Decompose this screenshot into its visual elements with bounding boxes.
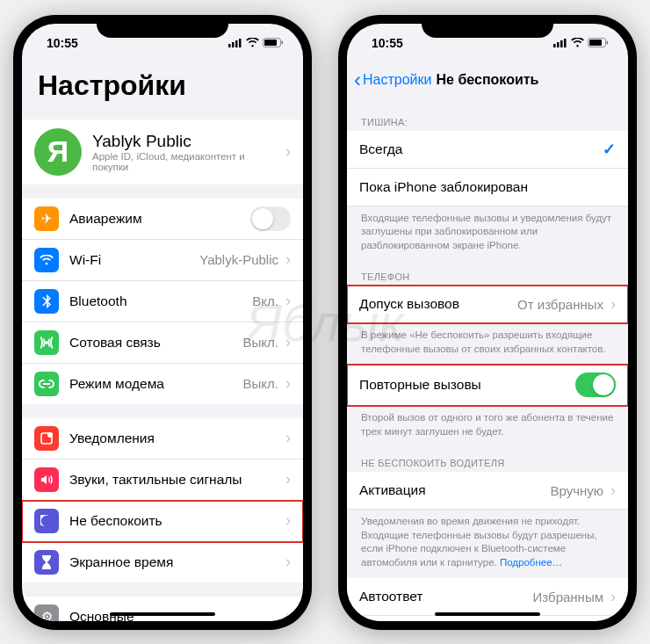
notch (422, 15, 553, 38)
home-indicator[interactable] (435, 612, 540, 616)
svg-point-8 (47, 432, 53, 438)
repeated-calls-switch[interactable] (575, 373, 616, 397)
page-title: Настройки (22, 62, 303, 112)
silence-header: ТИШИНА: (347, 113, 628, 131)
chevron-icon: › (285, 333, 291, 351)
svg-rect-23 (607, 41, 609, 45)
autoreply-cell[interactable]: Автоответ Я веду машину с включенн… › (347, 616, 628, 620)
hotspot-cell[interactable]: Режим модема Выкл. › (22, 364, 303, 404)
status-time: 10:55 (47, 36, 78, 50)
phone-right: 10:55 ‹ Настройки Не беспокоить ТИШИНА: … (338, 15, 637, 630)
bluetooth-cell[interactable]: Bluetooth Вкл. › (22, 281, 303, 322)
nav-title: Не беспокоить (347, 72, 628, 88)
avatar: Я (34, 128, 82, 176)
gear-icon: ⚙ (34, 604, 59, 621)
cellular-cell[interactable]: Сотовая связь Выкл. › (22, 322, 303, 364)
svg-rect-1 (232, 42, 235, 47)
silence-locked[interactable]: Пока iPhone заблокирован (347, 169, 628, 206)
chevron-icon: › (285, 470, 291, 488)
notch (97, 15, 228, 38)
wifi-settings-icon (34, 248, 59, 272)
svg-rect-19 (560, 40, 563, 47)
sounds-icon (34, 467, 59, 492)
chevron-icon: › (610, 295, 616, 314)
repeated-calls-cell[interactable]: Повторные вызовы (347, 365, 628, 406)
sounds-cell[interactable]: Звуки, тактильные сигналы › (22, 459, 303, 501)
chevron-icon: › (610, 588, 616, 606)
chevron-icon: › (285, 292, 291, 310)
svg-rect-3 (239, 39, 242, 47)
chevron-icon: › (285, 607, 291, 621)
allow-calls-cell[interactable]: Допуск вызовов От избранных › (347, 286, 628, 323)
signal-icon (553, 39, 567, 47)
svg-rect-2 (235, 40, 238, 47)
phone-header: ТЕЛЕФОН (347, 268, 628, 286)
do-not-disturb-cell[interactable]: Не беспокоить › (22, 501, 303, 542)
chevron-icon: › (285, 250, 291, 269)
hotspot-icon (34, 372, 59, 396)
airplane-mode-cell[interactable]: ✈ Авиарежим (22, 199, 303, 240)
phone-left: 10:55 Настройки Я Yablyk Public Apple ID… (13, 15, 312, 630)
signal-icon (228, 39, 242, 47)
svg-rect-17 (553, 44, 556, 47)
svg-rect-0 (228, 44, 231, 47)
chevron-icon: › (285, 553, 291, 571)
general-cell[interactable]: ⚙ Основные › (22, 597, 303, 621)
activation-cell[interactable]: Активация Вручную › (347, 472, 628, 510)
status-icons (553, 38, 609, 47)
airplane-switch[interactable] (250, 206, 291, 231)
svg-rect-20 (564, 39, 567, 47)
moon-icon (34, 509, 59, 533)
activation-footer: Уведомления во время движения не приходя… (347, 510, 628, 571)
bluetooth-icon (34, 289, 59, 314)
wifi-icon (571, 38, 584, 47)
status-time: 10:55 (372, 36, 403, 50)
hourglass-icon (34, 550, 59, 575)
notifications-icon (34, 426, 59, 451)
learn-more-link[interactable]: Подробнее… (500, 557, 562, 568)
status-icons (228, 38, 284, 47)
nav-bar: ‹ Настройки Не беспокоить (347, 62, 628, 98)
driving-header: НЕ БЕСПОКОИТЬ ВОДИТЕЛЯ (347, 454, 628, 472)
silence-always[interactable]: Всегда ✓ (347, 131, 628, 169)
svg-rect-5 (264, 40, 277, 46)
battery-icon (263, 38, 284, 47)
silence-footer: Входящие телефонные вызовы и уведомления… (347, 206, 628, 255)
chevron-icon: › (285, 429, 291, 447)
wifi-icon (246, 38, 259, 47)
wifi-cell[interactable]: Wi-Fi Yablyk-Public › (22, 240, 303, 281)
screen-time-cell[interactable]: Экранное время › (22, 542, 303, 582)
allow-calls-footer: В режиме «Не беспокоить» разрешить входя… (347, 323, 628, 358)
home-indicator[interactable] (110, 612, 215, 616)
chevron-icon: › (285, 142, 291, 161)
checkmark-icon: ✓ (603, 140, 616, 159)
autoreply-to-cell[interactable]: Автоответ Избранным › (347, 578, 628, 616)
apple-id-cell[interactable]: Я Yablyk Public Apple ID, iCloud, медиак… (22, 119, 303, 185)
chevron-icon: › (285, 374, 291, 393)
profile-sub: Apple ID, iCloud, медиаконтент и покупки (92, 151, 278, 172)
profile-name: Yablyk Public (92, 132, 278, 151)
svg-rect-18 (557, 42, 560, 47)
chevron-icon: › (285, 511, 291, 530)
repeated-footer: Второй вызов от одного и того же абонент… (347, 406, 628, 440)
svg-rect-22 (589, 40, 602, 46)
notifications-cell[interactable]: Уведомления › (22, 418, 303, 459)
chevron-icon: › (610, 481, 616, 500)
cellular-icon (34, 330, 59, 355)
battery-icon (588, 38, 609, 47)
airplane-icon: ✈ (34, 206, 59, 231)
svg-rect-6 (282, 41, 284, 45)
